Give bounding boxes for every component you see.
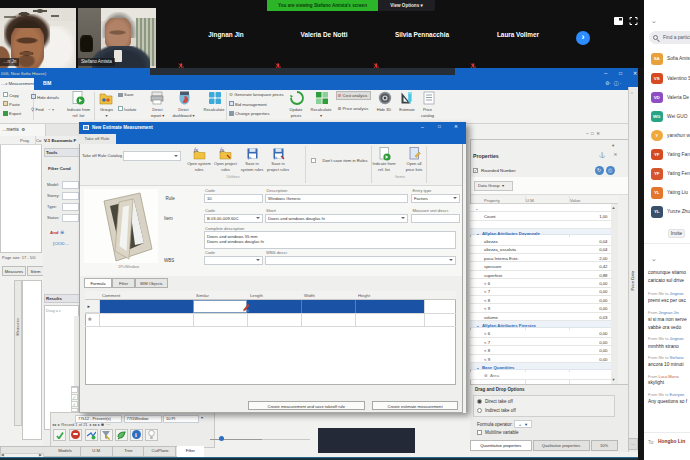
svg-text:fx: fx [194, 147, 199, 153]
svg-text:fx: fx [248, 155, 251, 160]
svg-text:fx: fx [274, 155, 277, 160]
svg-text:fx: fx [220, 147, 225, 153]
